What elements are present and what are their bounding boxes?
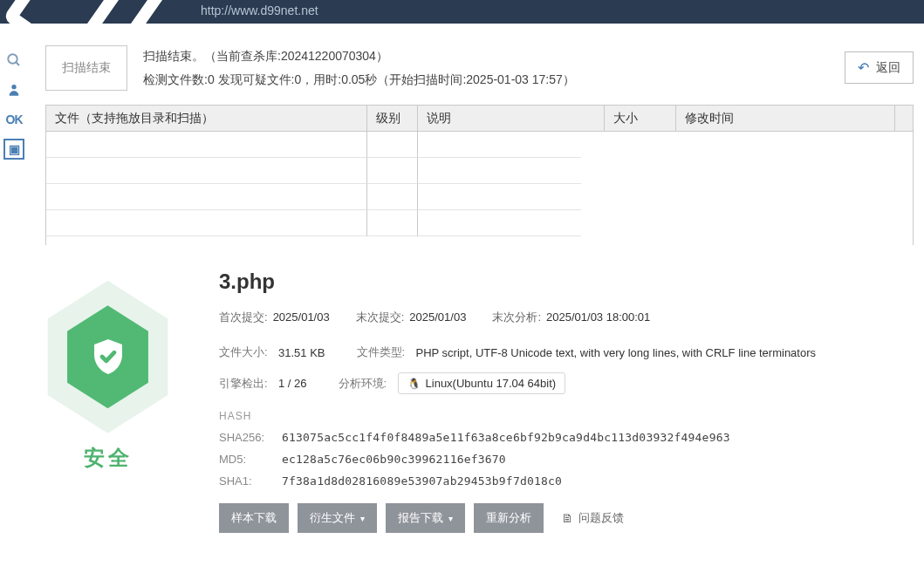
scan-status-box: 扫描结束	[45, 45, 127, 91]
ok-icon[interactable]: OK	[3, 109, 24, 130]
col-size[interactable]: 大小	[605, 106, 676, 132]
last-submit: 末次提交:2025/01/03	[356, 310, 467, 325]
col-file[interactable]: 文件（支持拖放目录和扫描）	[46, 106, 367, 132]
result-grid: 文件（支持拖放目录和扫描） 级别 说明 大小 修改时间	[45, 105, 914, 245]
safe-badge	[38, 287, 178, 426]
file-name: 3.php	[219, 269, 910, 294]
svg-point-0	[8, 54, 17, 64]
hash-md5: MD5:ec128a5c76ec06b90c39962116ef3670	[219, 453, 910, 466]
document-icon: 🗎	[561, 511, 573, 525]
svg-point-2	[11, 85, 16, 89]
box-icon[interactable]: ▣	[3, 139, 24, 160]
report-download-button[interactable]: 报告下载▾	[386, 503, 465, 533]
chevron-down-icon: ▾	[360, 514, 365, 523]
hash-sha1: SHA1:7f38a1d8d02816089e53907ab29453b9f7d…	[219, 474, 910, 488]
reanalyze-button[interactable]: 重新分析	[474, 503, 544, 533]
env-pill[interactable]: 🐧 Linux(Ubuntu 17.04 64bit)	[398, 372, 566, 394]
hash-heading: HASH	[219, 410, 910, 422]
scanner-panel: OK ▣ 扫描结束 扫描结束。（当前查杀库:20241220070304） 检测…	[0, 24, 924, 245]
engine-detect: 引擎检出: 1 / 26	[219, 372, 307, 394]
scan-line2: 检测文件数:0 发现可疑文件:0，用时:0.05秒（开始扫描时间:2025-01…	[143, 68, 829, 92]
analysis-env: 分析环境: 🐧 Linux(Ubuntu 17.04 64bit)	[339, 372, 566, 394]
grid-row-empty	[46, 132, 913, 158]
scan-line1: 扫描结束。（当前查杀库:20241220070304）	[143, 44, 829, 68]
svg-line-1	[16, 62, 19, 65]
derived-files-button[interactable]: 衍生文件▾	[298, 503, 377, 533]
col-end	[895, 106, 913, 132]
feedback-button[interactable]: 🗎问题反馈	[552, 503, 633, 533]
file-size: 文件大小: 31.51 KB	[219, 344, 325, 360]
banner-logo-stripes	[17, 0, 175, 24]
side-toolbar: OK ▣	[0, 24, 28, 245]
top-banner: http://www.d99net.net	[0, 0, 924, 24]
last-analyze: 末次分析:2025/01/03 18:00:01	[492, 310, 650, 325]
grid-row-empty	[46, 184, 913, 210]
col-desc[interactable]: 说明	[418, 106, 605, 132]
grid-row-empty	[46, 210, 913, 236]
chevron-down-icon: ▾	[448, 514, 453, 523]
safe-label: 安全	[84, 444, 133, 472]
grid-row-empty	[46, 158, 913, 184]
linux-icon: 🐧	[407, 378, 421, 390]
back-label: 返回	[876, 60, 900, 76]
grid-header: 文件（支持拖放目录和扫描） 级别 说明 大小 修改时间	[46, 106, 913, 132]
file-report: 安全 3.php 首次提交:2025/01/03 末次提交:2025/01/03…	[0, 245, 924, 542]
col-time[interactable]: 修改时间	[676, 106, 895, 132]
back-button[interactable]: ↶ 返回	[845, 51, 914, 84]
banner-url: http://www.d99net.net	[201, 3, 318, 17]
hash-sha256: SHA256:613075ac5cc1f4f0f8489a5e11f63a8ce…	[219, 431, 910, 444]
file-type: 文件类型: PHP script, UTF-8 Unicode text, wi…	[357, 344, 845, 360]
search-icon[interactable]	[3, 50, 24, 71]
person-icon[interactable]	[3, 79, 24, 100]
scan-info: 扫描结束。（当前查杀库:20241220070304） 检测文件数:0 发现可疑…	[143, 44, 829, 91]
col-level[interactable]: 级别	[367, 106, 418, 132]
undo-icon: ↶	[858, 59, 869, 76]
shield-check-icon	[87, 336, 129, 378]
sample-download-button[interactable]: 样本下载	[219, 503, 289, 533]
first-submit: 首次提交:2025/01/03	[219, 310, 330, 325]
